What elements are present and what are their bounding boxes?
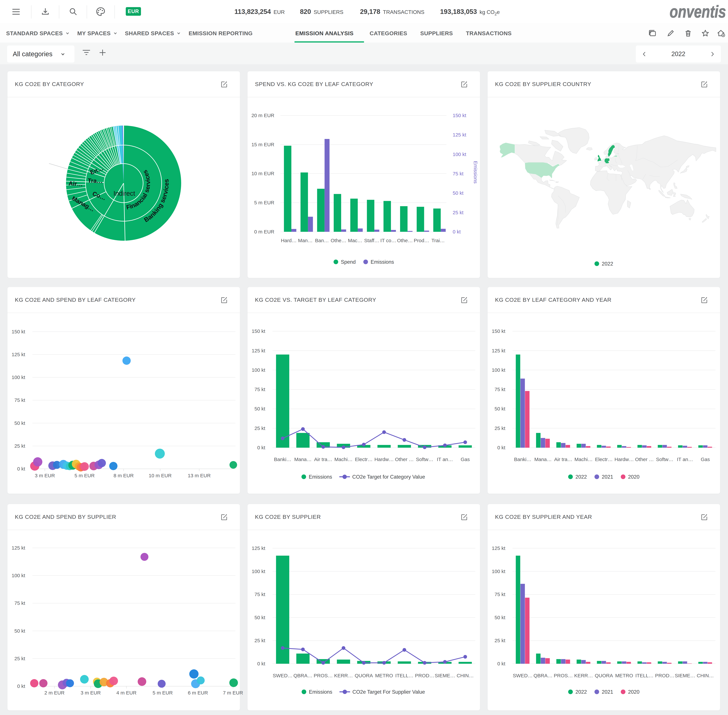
svg-text:100 kt: 100 kt: [12, 573, 25, 578]
svg-text:15 m EUR: 15 m EUR: [251, 142, 274, 147]
svg-text:100 kt: 100 kt: [252, 367, 265, 373]
svg-text:Mana…: Mana…: [294, 457, 311, 462]
svg-text:Gas: Gas: [461, 457, 470, 462]
svg-text:7 m EUR: 7 m EUR: [223, 690, 243, 695]
svg-text:SWED…: SWED…: [513, 673, 533, 678]
svg-text:Softw…: Softw…: [416, 457, 433, 462]
svg-text:125 kt: 125 kt: [453, 132, 466, 137]
svg-text:50 kt: 50 kt: [495, 406, 506, 412]
svg-text:IT an…: IT an…: [677, 457, 693, 462]
svg-text:5 m EUR: 5 m EUR: [74, 473, 95, 478]
svg-text:50 kt: 50 kt: [14, 628, 25, 634]
svg-text:Hardw…: Hardw…: [615, 457, 634, 462]
svg-text:Man…: Man…: [298, 238, 313, 243]
svg-text:29,178TRANSACTIONS: 29,178TRANSACTIONS: [360, 8, 424, 15]
svg-text:25 kt: 25 kt: [254, 425, 265, 431]
svg-text:SWED…: SWED…: [273, 673, 293, 678]
svg-text:Electr…: Electr…: [355, 457, 373, 462]
svg-text:0 kt: 0 kt: [17, 466, 25, 472]
svg-text:ITELL…: ITELL…: [635, 673, 654, 678]
svg-text:Hardw…: Hardw…: [375, 457, 394, 462]
svg-text:4 m EUR: 4 m EUR: [116, 690, 136, 695]
svg-text:25 kt: 25 kt: [453, 210, 464, 215]
svg-text:50 kt: 50 kt: [254, 406, 265, 412]
svg-text:METRO: METRO: [615, 673, 633, 678]
svg-text:6 m EUR: 6 m EUR: [188, 690, 208, 695]
svg-text:125 kt: 125 kt: [492, 545, 505, 551]
svg-text:75 kt: 75 kt: [14, 397, 25, 403]
svg-text:50 kt: 50 kt: [254, 615, 265, 620]
svg-text:8 m EUR: 8 m EUR: [113, 473, 134, 478]
svg-text:Gas: Gas: [701, 457, 710, 462]
svg-text:150 kt: 150 kt: [492, 328, 505, 334]
svg-text:25 kt: 25 kt: [14, 656, 25, 661]
svg-text:PROS…: PROS…: [314, 673, 333, 678]
svg-text:100 kt: 100 kt: [252, 569, 265, 574]
svg-text:25 kt: 25 kt: [254, 638, 265, 643]
svg-text:Mana…: Mana…: [534, 457, 551, 462]
svg-text:Tra…: Tra…: [88, 177, 103, 184]
svg-text:SIEME…: SIEME…: [435, 673, 455, 678]
svg-text:METRO: METRO: [375, 673, 393, 678]
svg-text:IT co…: IT co…: [381, 238, 396, 243]
svg-text:KERR…: KERR…: [574, 673, 593, 678]
svg-text:50 kt: 50 kt: [14, 420, 25, 426]
svg-text:5 m EUR: 5 m EUR: [254, 200, 274, 205]
svg-text:Trai…: Trai…: [432, 238, 445, 243]
svg-text:IT an…: IT an…: [437, 457, 453, 462]
svg-text:50 kt: 50 kt: [453, 190, 464, 196]
svg-text:75 kt: 75 kt: [495, 387, 506, 392]
svg-text:Banki…: Banki…: [514, 457, 532, 462]
svg-text:CO2e Target For Supplier Value: CO2e Target For Supplier Value: [352, 689, 425, 695]
svg-text:2021: 2021: [602, 474, 613, 480]
svg-text:Othe…: Othe…: [397, 238, 413, 243]
svg-text:75 kt: 75 kt: [254, 387, 265, 392]
svg-text:Ban…: Ban…: [315, 238, 329, 243]
svg-text:125 kt: 125 kt: [492, 348, 505, 353]
svg-text:75 kt: 75 kt: [453, 171, 464, 176]
svg-text:75 kt: 75 kt: [254, 591, 265, 597]
svg-text:125 kt: 125 kt: [252, 545, 265, 551]
svg-text:PROD…: PROD…: [415, 673, 434, 678]
svg-text:125 kt: 125 kt: [252, 348, 265, 353]
svg-text:2022: 2022: [575, 474, 587, 480]
svg-text:Emissions: Emissions: [371, 259, 394, 265]
svg-text:Machi…: Machi…: [334, 457, 353, 462]
svg-text:100 kt: 100 kt: [12, 374, 25, 380]
svg-text:10 m EUR: 10 m EUR: [149, 473, 172, 478]
svg-text:2020: 2020: [628, 474, 639, 480]
svg-text:820SUPPLIERS: 820SUPPLIERS: [300, 8, 343, 15]
svg-text:Mac…: Mac…: [348, 238, 362, 243]
svg-text:PROD…: PROD…: [655, 673, 674, 678]
svg-text:2020: 2020: [628, 689, 639, 695]
svg-text:PROS…: PROS…: [554, 673, 573, 678]
svg-text:Othe…: Othe…: [331, 238, 346, 243]
svg-text:3 m EUR: 3 m EUR: [35, 473, 55, 478]
svg-text:0 kt: 0 kt: [257, 661, 265, 666]
svg-text:100 kt: 100 kt: [492, 367, 505, 373]
svg-text:193,183,053kg CO2e: 193,183,053kg CO2e: [440, 8, 500, 16]
svg-text:0 kt: 0 kt: [257, 445, 265, 450]
svg-text:113,823,254EUR: 113,823,254EUR: [234, 8, 285, 15]
svg-text:Air…: Air…: [68, 180, 83, 188]
svg-text:Staff…: Staff…: [364, 238, 379, 243]
svg-text:ITELL…: ITELL…: [395, 673, 414, 678]
svg-text:2022: 2022: [602, 261, 613, 267]
svg-text:Other …: Other …: [635, 457, 654, 462]
svg-text:75 kt: 75 kt: [14, 600, 25, 606]
svg-text:QUORA: QUORA: [595, 673, 613, 678]
svg-text:0 kt: 0 kt: [497, 445, 506, 450]
svg-text:Softw…: Softw…: [656, 457, 674, 462]
svg-text:QBRA…: QBRA…: [293, 673, 313, 678]
svg-text:Hard…: Hard…: [281, 238, 297, 243]
svg-text:5 m EUR: 5 m EUR: [153, 690, 173, 695]
svg-text:Emissions: Emissions: [309, 689, 332, 695]
svg-text:125 kt: 125 kt: [12, 352, 25, 357]
svg-text:100 kt: 100 kt: [492, 569, 505, 574]
svg-text:Electr…: Electr…: [595, 457, 613, 462]
svg-text:25 kt: 25 kt: [495, 425, 506, 431]
svg-text:KERR…: KERR…: [334, 673, 353, 678]
svg-text:25 kt: 25 kt: [495, 638, 506, 643]
svg-text:Spend: Spend: [341, 259, 356, 265]
svg-text:13 m EUR: 13 m EUR: [188, 473, 211, 478]
